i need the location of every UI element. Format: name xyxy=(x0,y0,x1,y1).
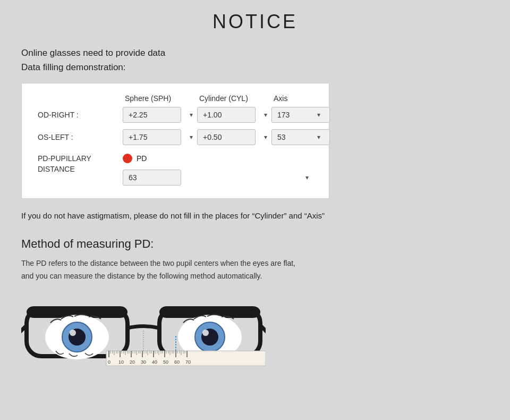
glasses-illustration: 0 10 20 30 40 xyxy=(21,293,266,371)
pd-radio-dot[interactable] xyxy=(123,154,132,163)
od-cylinder-wrapper: +1.00 +0.75 +0.50 +0.25 0.00 -0.25 -0.50 xyxy=(197,107,271,123)
col-cylinder: Cylinder (CYL) xyxy=(197,94,271,103)
svg-text:50: 50 xyxy=(163,359,168,365)
od-sphere-select[interactable]: +2.25 +2.00 +1.75 +1.50 +1.25 +1.00 +0.7… xyxy=(123,107,181,123)
col-sphere: Sphere (SPH) xyxy=(123,94,197,103)
od-axis-select[interactable]: 173 170 165 160 90 85 1 xyxy=(271,107,330,123)
os-sphere-wrapper: +1.75 +2.00 +1.50 +1.25 +1.00 0.00 -0.25 xyxy=(123,129,197,145)
od-label: OD-RIGHT : xyxy=(38,111,123,119)
os-sphere-select[interactable]: +1.75 +2.00 +1.50 +1.25 +1.00 0.00 -0.25 xyxy=(123,129,181,145)
svg-text:0: 0 xyxy=(108,359,110,365)
table-header: Sphere (SPH) Cylinder (CYL) Axis xyxy=(38,94,313,103)
os-axis-wrapper: 53 173 90 85 1 xyxy=(271,129,325,145)
os-cylinder-select[interactable]: +0.50 +1.00 +0.75 +0.25 0.00 -0.25 xyxy=(197,129,256,145)
subtitle: Online glasses need to provide data Data… xyxy=(21,46,489,74)
col-empty xyxy=(38,94,123,103)
svg-text:60: 60 xyxy=(174,359,180,365)
svg-text:20: 20 xyxy=(130,359,135,365)
pd-label: PD-PUPILLARYDISTANCE xyxy=(38,152,123,174)
pd-value-wrapper: 63 60 61 62 64 65 66 67 xyxy=(123,170,313,186)
svg-text:10: 10 xyxy=(118,359,124,365)
svg-text:30: 30 xyxy=(141,359,146,365)
pd-value-select[interactable]: 63 60 61 62 64 65 66 67 xyxy=(123,170,181,186)
od-row: OD-RIGHT : +2.25 +2.00 +1.75 +1.50 +1.25… xyxy=(38,107,313,123)
svg-point-10 xyxy=(70,330,76,336)
pd-section-title: Method of measuring PD: xyxy=(21,237,489,251)
svg-text:70: 70 xyxy=(185,359,191,365)
pd-radio-label: PD xyxy=(137,154,147,163)
prescription-table: Sphere (SPH) Cylinder (CYL) Axis OD-RIGH… xyxy=(21,83,329,199)
od-cylinder-select[interactable]: +1.00 +0.75 +0.50 +0.25 0.00 -0.25 -0.50 xyxy=(197,107,256,123)
page-title: NOTICE xyxy=(21,11,489,33)
pd-row: PD-PUPILLARYDISTANCE PD 63 60 61 62 64 6… xyxy=(38,152,313,186)
os-label: OS-LEFT : xyxy=(38,133,123,141)
pd-radio-group: PD xyxy=(123,154,313,163)
os-axis-select[interactable]: 53 173 90 85 1 xyxy=(271,129,330,145)
col-axis: Axis xyxy=(271,94,325,103)
svg-point-14 xyxy=(202,330,209,336)
notice-text: If you do not have astigmatism, please d… xyxy=(21,209,489,222)
os-cylinder-wrapper: +0.50 +1.00 +0.75 +0.25 0.00 -0.25 xyxy=(197,129,271,145)
svg-text:40: 40 xyxy=(152,359,157,365)
pd-right: PD 63 60 61 62 64 65 66 67 xyxy=(123,152,313,186)
od-axis-wrapper: 173 170 165 160 90 85 1 xyxy=(271,107,325,123)
od-sphere-wrapper: +2.25 +2.00 +1.75 +1.50 +1.25 +1.00 +0.7… xyxy=(123,107,197,123)
os-row: OS-LEFT : +1.75 +2.00 +1.50 +1.25 +1.00 … xyxy=(38,129,313,145)
pd-description: The PD refers to the distance between th… xyxy=(21,257,489,283)
